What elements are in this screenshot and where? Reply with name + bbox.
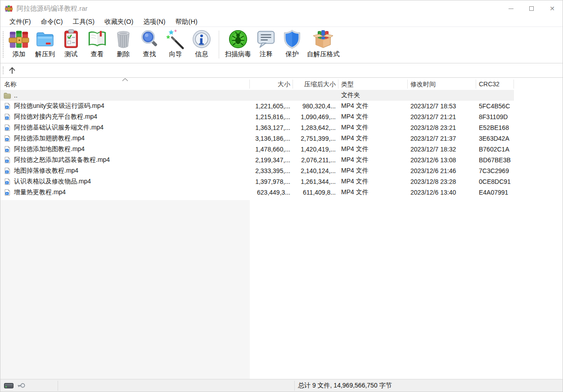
comment-button[interactable]: 注释: [253, 28, 279, 58]
table-row[interactable]: 认识表格以及修改物品.mp4 1,397,978,... 1,261,344,.…: [0, 176, 514, 187]
minimize-button[interactable]: [500, 0, 521, 17]
file-name: 阿拉德之怒添加武器装备教程.mp4: [14, 156, 110, 164]
menu-tools[interactable]: 工具(S): [68, 17, 99, 27]
list-empty-area: [0, 198, 563, 379]
test-archive-icon: [61, 29, 81, 49]
file-modified: 2023/12/8 23:21: [408, 124, 476, 131]
file-type: MP4 文件: [338, 134, 408, 143]
test-button[interactable]: 测试: [58, 28, 84, 58]
table-row[interactable]: 阿拉德对接内充平台教程.mp4 1,215,816,... 1,090,469,…: [0, 111, 514, 122]
file-size: 1,221,605,...: [250, 102, 293, 110]
mp4-file-icon: [4, 135, 11, 142]
close-button[interactable]: ✕: [542, 0, 563, 17]
file-packed: 611,409,8...: [293, 189, 338, 196]
file-type: MP4 文件: [338, 156, 408, 164]
protect-button[interactable]: 保护: [279, 28, 305, 58]
file-modified: 2023/12/7 21:37: [408, 135, 476, 142]
table-row-parent[interactable]: .. 文件夹: [0, 90, 514, 101]
info-button[interactable]: 信息: [189, 28, 215, 58]
window-controls: ✕: [500, 0, 563, 17]
table-row[interactable]: 阿拉德之怒添加武器装备教程.mp4 2,199,347,... 2,076,21…: [0, 155, 514, 165]
file-modified: 2023/12/7 18:53: [408, 102, 476, 110]
file-type: 文件夹: [338, 91, 408, 99]
file-size: 623,449,3...: [250, 189, 293, 196]
mp4-file-icon: [4, 189, 11, 196]
file-crc32: E52BE168: [476, 124, 514, 131]
file-type: MP4 文件: [338, 178, 408, 186]
sfx-button[interactable]: 自解压格式: [305, 28, 342, 58]
file-crc32: 7C3C2969: [476, 167, 514, 174]
toolbar-label: 自解压格式: [307, 50, 340, 58]
drive-icon[interactable]: [4, 383, 14, 389]
file-crc32: BD67BE3B: [476, 156, 514, 164]
file-size: 1,363,127,...: [250, 124, 293, 131]
add-button[interactable]: 添加: [6, 28, 32, 58]
window-title: 阿拉德源码编译教程.rar: [17, 4, 500, 13]
header-type[interactable]: 类型: [338, 80, 408, 89]
winrar-app-icon: [5, 5, 13, 13]
toolbar-label: 测试: [65, 50, 78, 58]
delete-button[interactable]: 删除: [110, 28, 136, 58]
file-size: 3,136,186,...: [250, 135, 293, 142]
file-crc32: 0CE8DC91: [476, 178, 514, 185]
mp4-file-icon: [4, 124, 11, 131]
table-row[interactable]: 阿拉德添加翅膀教程.mp4 3,136,186,... 2,751,399,..…: [0, 133, 514, 144]
file-crc32: B7602C1A: [476, 146, 514, 153]
file-name: 增量热更教程.mp4: [14, 188, 66, 196]
toolbar-label: 查看: [91, 50, 104, 58]
maximize-button[interactable]: [521, 0, 542, 17]
toolbar-label: 保护: [286, 50, 299, 58]
info-icon: [191, 29, 212, 49]
extract-to-button[interactable]: 解压到: [32, 28, 58, 58]
table-row[interactable]: 阿拉德基础认识服务端文件.mp4 1,363,127,... 1,283,642…: [0, 122, 514, 133]
file-type: MP4 文件: [338, 188, 408, 196]
key-icon[interactable]: [17, 382, 25, 389]
file-packed: 2,751,399,...: [293, 135, 338, 142]
view-button[interactable]: 查看: [84, 28, 110, 58]
mp4-file-icon: [4, 113, 11, 120]
file-crc32: E4A07991: [476, 189, 514, 196]
add-archive-icon: [9, 29, 29, 49]
menu-commands[interactable]: 命令(C): [36, 17, 68, 27]
table-row[interactable]: 阿拉德添加地图教程.mp4 1,478,660,... 1,420,419,..…: [0, 144, 514, 155]
menu-file[interactable]: 文件(F): [5, 17, 36, 27]
file-name: 阿拉德添加地图教程.mp4: [14, 145, 85, 153]
up-button[interactable]: [5, 65, 19, 76]
file-modified: 2023/12/6 13:08: [408, 156, 476, 164]
extract-to-icon: [35, 29, 55, 49]
wizard-button[interactable]: 向导: [162, 28, 189, 58]
header-size[interactable]: 大小: [250, 80, 293, 89]
toolbar-label: 解压到: [35, 50, 55, 58]
file-name: 阿拉德基础认识服务端文件.mp4: [14, 124, 104, 132]
wizard-icon: [165, 29, 186, 49]
menu-favorites[interactable]: 收藏夹(O): [99, 17, 138, 27]
toolbar-separator: [219, 31, 219, 58]
up-arrow-icon: [8, 66, 17, 75]
file-rows: .. 文件夹 阿拉德unity安装级运行源码.mp4: [0, 90, 563, 198]
menubar: 文件(F) 命令(C) 工具(S) 收藏夹(O) 选项(N) 帮助(H): [0, 17, 563, 27]
table-row[interactable]: 增量热更教程.mp4 623,449,3... 611,409,8... MP4…: [0, 187, 514, 198]
view-file-icon: [87, 29, 108, 49]
file-packed: 980,320,4...: [293, 102, 338, 110]
mp4-file-icon: [4, 156, 11, 164]
file-modified: 2023/12/7 21:21: [408, 113, 476, 120]
table-row[interactable]: 阿拉德unity安装级运行源码.mp4 1,221,605,... 980,32…: [0, 101, 514, 111]
header-packed[interactable]: 压缩后大小: [293, 80, 338, 89]
find-button[interactable]: 查找: [136, 28, 162, 58]
header-crc32[interactable]: CRC32: [476, 80, 514, 89]
table-row[interactable]: 地图掉落修改教程.mp4 2,333,395,... 2,140,124,...…: [0, 165, 514, 176]
file-packed: 2,140,124,...: [293, 167, 338, 174]
file-packed: 1,420,419,...: [293, 146, 338, 153]
file-type: MP4 文件: [338, 113, 408, 121]
scan-virus-button[interactable]: 扫描病毒: [223, 28, 253, 58]
file-crc32: 8F31109D: [476, 113, 514, 120]
file-name: 阿拉德添加翅膀教程.mp4: [14, 134, 85, 143]
header-modified[interactable]: 修改时间: [408, 80, 476, 89]
menu-options[interactable]: 选项(N): [138, 17, 170, 27]
mp4-file-icon: [4, 102, 11, 110]
file-packed: 1,090,469,...: [293, 113, 338, 120]
protect-icon: [282, 29, 302, 49]
maximize-icon: [529, 6, 534, 11]
menu-help[interactable]: 帮助(H): [171, 17, 203, 27]
address-bar: [0, 63, 563, 78]
